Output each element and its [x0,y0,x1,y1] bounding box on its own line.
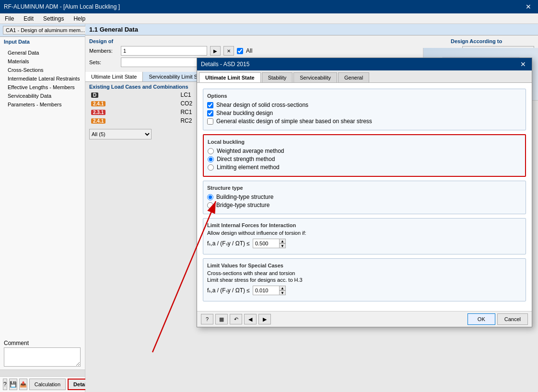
help-button[interactable]: ? [3,379,7,390]
members-input[interactable] [121,46,207,56]
dialog-bottom-bar: ? ▦ ↶ ◀ ▶ OK Cancel [197,311,532,327]
input-data-label: Input Data [0,37,85,46]
tab-serviceability-dialog[interactable]: Serviceability [293,72,337,82]
sidebar: CA1 - Design of aluminum mem... Input Da… [0,24,85,392]
dialog-next-button[interactable]: ▶ [258,314,271,324]
horizontal-scrollbar[interactable] [0,370,85,377]
radio-weighted-average-input[interactable] [208,148,214,154]
tab-stability-dialog[interactable]: Stability [262,72,293,82]
sidebar-item-cross-sections[interactable]: Cross-Sections [0,66,85,74]
sidebar-item-effective-lengths[interactable]: Effective Lengths - Members [0,83,85,92]
dialog-content: Options Shear design of solid cross-sect… [197,83,532,311]
calculation-button[interactable]: Calculation [29,379,66,390]
members-clear-button[interactable]: ✕ [223,46,234,56]
structure-type-group: Structure type Building-type structure B… [203,181,526,214]
all-cases-dropdown[interactable]: All (5) [89,129,152,139]
limit-forces-spin-up[interactable]: ▲ [279,239,286,243]
label-shear-solid: Shear design of solid cross-sections [216,102,308,108]
limit-special-input[interactable] [253,286,279,295]
details-dialog: Details - ASD 2015 ✕ Ultimate Limit Stat… [197,58,532,327]
sets-input[interactable] [121,58,207,67]
limit-special-spin: ▲ ▼ [279,286,286,295]
options-group: Options Shear design of solid cross-sect… [203,89,526,130]
radio-limiting-element-input[interactable] [208,164,214,171]
radio-bridge-type-input[interactable] [207,202,213,208]
dialog-title: Details - ASD 2015 [201,61,249,68]
limit-forces-input-group: ▲ ▼ [253,239,286,248]
sidebar-item-materials[interactable]: Materials [0,57,85,66]
limit-special-desc: Limit shear stress for designs acc. to H… [207,277,522,283]
comment-label: Comment [4,340,81,346]
option-general-elastic: General elastic design of simple shear b… [207,118,522,125]
limit-special-input-group: ▲ ▼ [253,286,286,295]
radio-building-type: Building-type structure [207,194,522,200]
sidebar-item-intermediate-lateral[interactable]: Intermediate Lateral Restraints [0,74,85,83]
radio-bridge-type: Bridge-type structure [207,202,522,208]
tab-ultimate-limit-state[interactable]: Ultimate Limit State [85,72,143,81]
local-buckling-title: Local buckling [208,139,521,145]
members-label: Members: [89,48,118,54]
checkbox-shear-buckling[interactable] [207,110,213,116]
label-direct-strength: Direct strength method [217,156,275,162]
title-bar-close-button[interactable]: ✕ [523,2,534,12]
comment-input[interactable] [4,347,81,367]
menu-help[interactable]: Help [70,14,88,23]
comment-section: Comment [0,338,85,369]
dialog-table-button[interactable]: ▦ [215,314,228,324]
radio-limiting-element: Limiting element method [208,164,521,171]
save-button[interactable]: 💾 [9,379,17,390]
option-shear-solid: Shear design of solid cross-sections [207,102,522,108]
limit-special-row: fₛ,a / (Fₛy / ΩT) ≤ ▲ ▼ [207,286,522,295]
sets-label: Sets: [89,59,118,65]
radio-direct-strength-input[interactable] [208,156,214,162]
sidebar-item-general-data[interactable]: General Data [0,48,85,57]
menu-file[interactable]: File [2,14,17,23]
label-shear-buckling: Shear buckling design [216,110,273,116]
checkbox-shear-solid[interactable] [207,102,213,108]
menu-bar: File Edit Settings Help [0,13,538,24]
app-title: RF-ALUMINUM ADM - [Alum Local Buckling ] [4,3,120,10]
option-shear-buckling: Shear buckling design [207,110,522,116]
dialog-undo-button[interactable]: ↶ [230,314,242,324]
title-bar: RF-ALUMINUM ADM - [Alum Local Buckling ]… [0,0,538,13]
dialog-prev-button[interactable]: ◀ [244,314,257,324]
tab-ultimate-limit-state-dialog[interactable]: Ultimate Limit State [199,72,261,82]
bottom-button-row: ? 💾 📤 Calculation Details... [0,377,85,392]
sidebar-header: CA1 - Design of aluminum mem... [0,24,85,37]
limit-special-formula: fₛ,a / (Fₛy / ΩT) ≤ [207,287,250,294]
badge-231: 2.3.1 [91,110,105,115]
limit-forces-subtitle: Allow design without influence of torsio… [207,230,522,236]
label-bridge-type: Bridge-type structure [216,202,269,208]
label-limiting-element: Limiting element method [217,164,280,171]
case-selector[interactable]: CA1 - Design of aluminum mem... [3,26,94,35]
limit-special-spin-up[interactable]: ▲ [279,286,286,290]
limit-forces-spin-down[interactable]: ▼ [279,243,286,248]
radio-building-type-input[interactable] [207,194,213,200]
limit-forces-title: Limit Internal Forces for Interaction [207,222,522,228]
sidebar-item-serviceability[interactable]: Serviceability Data [0,92,85,100]
checkbox-general-elastic[interactable] [207,118,213,125]
cancel-button[interactable]: Cancel [497,313,528,325]
limit-forces-section: Limit Internal Forces for Interaction Al… [203,218,526,254]
badge-241-2: 2.4.1 [91,118,105,124]
tab-general-dialog[interactable]: General [338,72,369,82]
members-browse-button[interactable]: ▶ [210,46,221,56]
structure-type-title: Structure type [207,185,522,191]
export-button[interactable]: 📤 [19,379,27,390]
dialog-title-bar: Details - ASD 2015 ✕ [197,58,532,70]
radio-weighted-average: Weighted average method [208,148,521,154]
ok-button[interactable]: OK [468,313,495,325]
sidebar-nav: General Data Materials Cross-Sections In… [0,46,85,338]
dialog-close-button[interactable]: ✕ [518,60,528,68]
menu-settings[interactable]: Settings [40,14,67,23]
all-checkbox[interactable] [237,48,243,54]
dialog-tabs: Ultimate Limit State Stability Serviceab… [197,70,532,83]
dialog-help-button[interactable]: ? [201,314,213,324]
menu-edit[interactable]: Edit [21,14,36,23]
sidebar-item-parameters[interactable]: Parameters - Members [0,100,85,109]
label-building-type: Building-type structure [216,194,273,200]
options-title: Options [207,93,522,99]
limit-special-section: Limit Values for Special Cases Cross-sec… [203,258,526,301]
limit-forces-input[interactable] [253,239,279,248]
limit-special-spin-down[interactable]: ▼ [279,290,286,295]
